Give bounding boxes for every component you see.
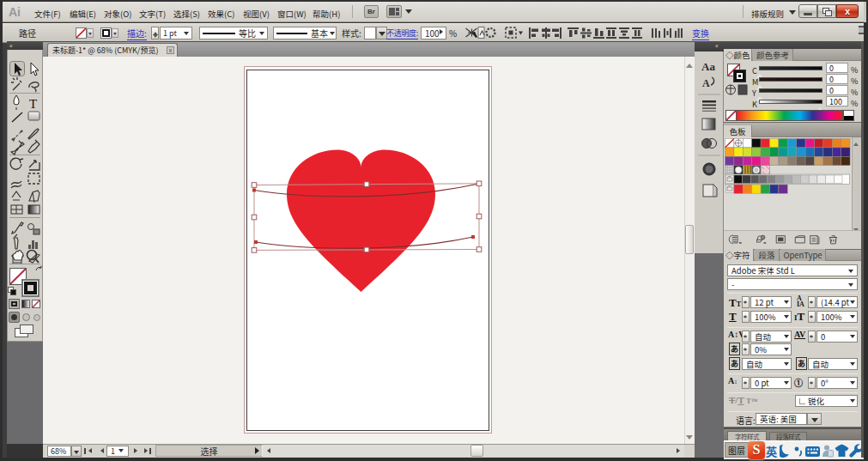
svg-text:T: T bbox=[29, 97, 37, 111]
svg-text:A: A bbox=[702, 77, 710, 89]
svg-text:Aa: Aa bbox=[701, 60, 715, 73]
